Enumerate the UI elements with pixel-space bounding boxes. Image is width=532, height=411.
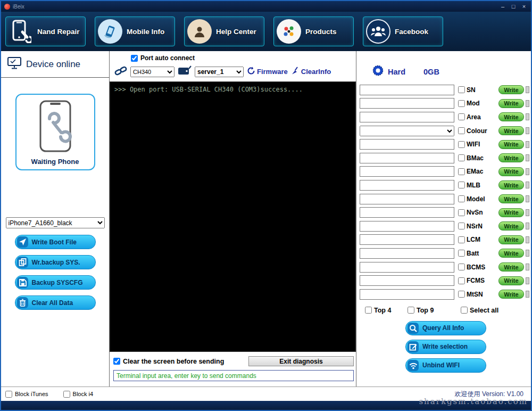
row-checkbox[interactable]: BMac (458, 154, 498, 162)
info-field-select[interactable] (360, 126, 454, 136)
write-button[interactable]: Write (498, 99, 524, 108)
info-field[interactable] (360, 85, 454, 95)
row-checkbox[interactable]: MtSN (458, 291, 498, 298)
row-checkbox[interactable]: EMac (458, 168, 498, 175)
top9-checkbox[interactable]: Top 9 (408, 307, 461, 314)
info-field[interactable] (360, 194, 454, 204)
row-checkbox[interactable]: FCMS (458, 277, 498, 284)
write-grip (526, 141, 529, 148)
write-button[interactable]: Write (498, 262, 524, 272)
terminal-input[interactable]: Terminal input area, enter key to send c… (113, 370, 354, 381)
clearinfo-link[interactable]: ClearInfo (291, 67, 331, 77)
write-button[interactable]: Write (498, 126, 524, 135)
info-row: Mod Write (360, 97, 532, 111)
info-row: NvSn Write (360, 206, 532, 219)
terminal-output[interactable]: >>> Open port: USB-SERIAL CH340 (COM3)su… (110, 81, 356, 352)
row-checkbox[interactable]: BCMS (458, 264, 498, 271)
row-checkbox[interactable]: Mod (458, 100, 498, 107)
info-field[interactable] (360, 180, 454, 191)
unbind-wifi-button[interactable]: Unbind WIFI (405, 358, 486, 373)
toolbar-label: Mobile Info (127, 28, 164, 36)
row-checkbox[interactable]: NSrN (458, 223, 498, 230)
info-field[interactable] (360, 275, 454, 286)
row-checkbox[interactable]: NvSn (458, 209, 498, 216)
write-button[interactable]: Write (498, 194, 524, 203)
clear-all-data-button[interactable]: Clear All Data (15, 295, 96, 310)
write-button[interactable]: Write (498, 85, 524, 94)
info-row: NSrN Write (360, 219, 532, 233)
row-checkbox[interactable]: Colour (458, 127, 498, 135)
send-icon (17, 236, 28, 248)
monitor-icon (7, 57, 21, 72)
firmware-link[interactable]: Firmware (247, 67, 288, 77)
write-button[interactable]: Write (498, 290, 524, 299)
server-select[interactable]: server_1 (195, 67, 244, 77)
write-button[interactable]: Write (498, 153, 524, 162)
write-button[interactable]: Write (498, 167, 524, 176)
maximize-button[interactable]: □ (509, 3, 518, 10)
block-i4-checkbox[interactable]: Block i4 (63, 391, 94, 398)
toolbar-mobile-info[interactable]: Mobile Info (95, 17, 175, 46)
row-checkbox[interactable]: Model (458, 195, 498, 203)
waiting-phone-label: Waiting Phone (16, 158, 94, 166)
info-field[interactable] (360, 153, 454, 163)
info-field[interactable] (360, 262, 454, 273)
info-field[interactable] (360, 207, 454, 218)
info-field[interactable] (360, 289, 454, 300)
block-itunes-checkbox[interactable]: Block iTunes (5, 391, 48, 398)
port-auto-connect-checkbox[interactable]: Port auto connect (131, 54, 195, 62)
info-field[interactable] (360, 221, 454, 232)
action-buttons: Query All Info Write selection (405, 321, 486, 373)
row-checkbox[interactable]: Batt (458, 250, 498, 257)
write-button[interactable]: Write (498, 140, 524, 149)
write-button[interactable]: Write (498, 180, 524, 190)
info-field[interactable] (360, 98, 454, 109)
backup-syscfg-button[interactable]: Backup SYSCFG (15, 275, 96, 290)
top4-checkbox[interactable]: Top 4 (365, 307, 408, 314)
exit-diagnosis-button[interactable]: Exit diagnosis (248, 356, 354, 366)
info-row: WIFI Write (360, 137, 532, 151)
toolbar-facebook[interactable]: Facebook (363, 17, 443, 46)
toolbar-products[interactable]: Products (273, 17, 354, 46)
close-button[interactable]: × (519, 3, 529, 10)
select-all-checkbox[interactable]: Select all (461, 307, 498, 314)
write-button[interactable]: Write (498, 235, 524, 244)
write-grip (526, 113, 529, 120)
row-checkbox[interactable]: SN (458, 86, 498, 94)
row-checkbox[interactable]: WIFI (458, 141, 498, 148)
toolbar-help-center[interactable]: Help Center (184, 17, 264, 46)
info-panel: Hard 0GB SN Write Mod Write Area (356, 51, 532, 387)
port-select[interactable]: CH340 (130, 67, 174, 77)
write-grip (526, 182, 529, 188)
info-field[interactable] (360, 234, 454, 245)
waiting-phone-box: Waiting Phone (15, 94, 95, 170)
firmware-refresh-icon (247, 67, 255, 77)
phone-wrench-icon (9, 19, 33, 44)
copy-icon (17, 257, 28, 268)
toolbar-nand-repair[interactable]: Nand Repair (5, 17, 86, 46)
write-button[interactable]: Write (498, 249, 524, 258)
row-checkbox[interactable]: MLB (458, 182, 498, 189)
write-selection-button[interactable]: Write selection (405, 340, 486, 354)
query-all-info-button[interactable]: Query All Info (405, 321, 486, 335)
info-field[interactable] (360, 139, 454, 150)
info-field[interactable] (360, 248, 454, 259)
write-boot-file-button[interactable]: Write Boot File (15, 235, 96, 249)
terminal-line: >>> Open port: USB-SERIAL CH340 (COM3)su… (110, 82, 355, 97)
minimize-button[interactable]: – (498, 3, 508, 10)
write-button[interactable]: Write (498, 221, 524, 231)
device-model-select[interactable]: iPhone7_A1660_black (6, 217, 105, 228)
write-button[interactable]: Write (498, 276, 524, 285)
row-checkbox[interactable]: Area (458, 113, 498, 121)
row-checkbox[interactable]: LCM (458, 236, 498, 243)
write-button[interactable]: Write (498, 208, 524, 217)
clear-screen-checkbox[interactable]: Clear the screen before sending (113, 358, 224, 365)
toolbar-label: Nand Repair (37, 28, 80, 36)
wr-backup-sys-button[interactable]: Wr.backup SYS. (15, 255, 96, 269)
trash-icon (17, 297, 28, 308)
device-panel: Device online Waiting Phone iPhone7_A166… (1, 51, 110, 387)
info-field[interactable] (360, 112, 454, 122)
info-field[interactable] (360, 166, 454, 177)
write-button[interactable]: Write (498, 112, 524, 121)
terminal-controls: Clear the screen before sending Exit dia… (110, 352, 356, 366)
